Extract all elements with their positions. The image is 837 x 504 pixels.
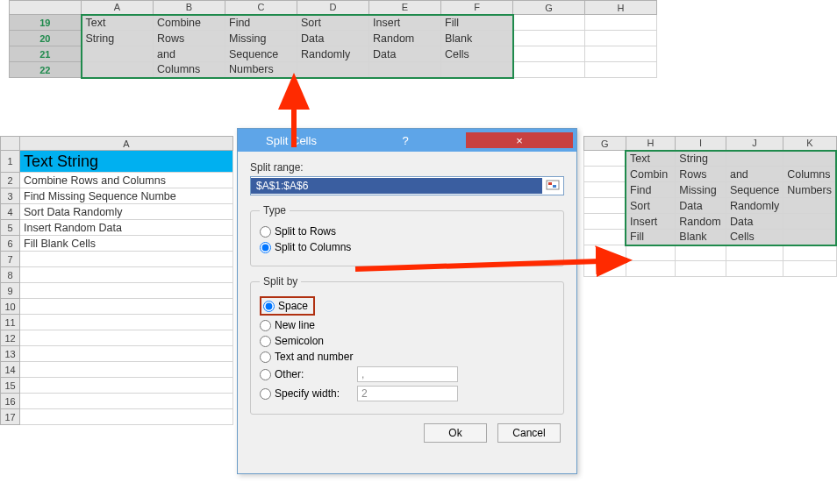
- cell[interactable]: [20, 252, 233, 267]
- cell[interactable]: [584, 182, 626, 198]
- cell[interactable]: [20, 378, 233, 394]
- row-hdr-14[interactable]: 14: [1, 362, 20, 378]
- col-hdr-I[interactable]: I: [676, 137, 726, 151]
- result-grid-rows[interactable]: A B C D E F G H 19TextCombineFindSortIns…: [9, 0, 657, 79]
- cell[interactable]: [82, 62, 154, 78]
- cell[interactable]: [726, 151, 783, 167]
- cell[interactable]: Rows: [154, 31, 225, 46]
- row-hdr-13[interactable]: 13: [1, 346, 20, 362]
- col-hdr-G[interactable]: G: [584, 137, 626, 151]
- row-hdr-1[interactable]: 1: [1, 151, 20, 173]
- cell[interactable]: [676, 261, 726, 277]
- cell[interactable]: Blank: [441, 31, 513, 46]
- cell[interactable]: Sort: [626, 198, 676, 214]
- cell[interactable]: [584, 245, 626, 261]
- cell[interactable]: [783, 230, 836, 245]
- close-button[interactable]: ×: [466, 132, 573, 148]
- ok-button[interactable]: Ok: [424, 423, 487, 443]
- cell[interactable]: Cells: [441, 46, 513, 62]
- cell[interactable]: Cells: [726, 230, 783, 245]
- row-hdr-4[interactable]: 4: [1, 204, 20, 220]
- cell[interactable]: [441, 62, 513, 78]
- cell[interactable]: and: [726, 167, 783, 182]
- cell[interactable]: Sort: [297, 15, 369, 31]
- row-hdr-2[interactable]: 2: [1, 173, 20, 188]
- cell[interactable]: [584, 230, 626, 245]
- col-hdr-B[interactable]: B: [154, 1, 225, 15]
- cell[interactable]: Sequence: [726, 182, 783, 198]
- cell[interactable]: [783, 198, 836, 214]
- cell[interactable]: Find: [626, 182, 676, 198]
- cancel-button[interactable]: Cancel: [497, 423, 561, 443]
- cell[interactable]: Insert Random Data: [20, 220, 233, 236]
- row-hdr-22[interactable]: 22: [10, 62, 82, 78]
- row-hdr-11[interactable]: 11: [1, 315, 20, 330]
- cell[interactable]: Text: [626, 151, 676, 167]
- cell[interactable]: [783, 261, 836, 277]
- cell[interactable]: [20, 346, 233, 362]
- by-other-radio[interactable]: [260, 369, 271, 380]
- cell[interactable]: Numbers: [783, 182, 836, 198]
- row-hdr-21[interactable]: 21: [10, 46, 82, 62]
- split-cols-radio[interactable]: [260, 242, 271, 253]
- row-hdr-16[interactable]: 16: [1, 394, 20, 409]
- width-input[interactable]: [357, 386, 458, 401]
- col-hdr-H[interactable]: H: [585, 1, 657, 15]
- by-newline-radio[interactable]: [260, 320, 271, 331]
- cell[interactable]: [584, 261, 626, 277]
- source-grid[interactable]: A 1Text String2Combine Rows and Columns3…: [0, 136, 233, 425]
- cell[interactable]: [676, 245, 726, 261]
- row-hdr-12[interactable]: 12: [1, 330, 20, 346]
- col-hdr-E[interactable]: E: [369, 1, 441, 15]
- cell[interactable]: [783, 151, 836, 167]
- cell[interactable]: [585, 46, 657, 62]
- cell[interactable]: Combin: [626, 167, 676, 182]
- cell[interactable]: [20, 299, 233, 315]
- row-hdr-9[interactable]: 9: [1, 283, 20, 299]
- col-hdr-F[interactable]: F: [441, 1, 513, 15]
- cell[interactable]: Numbers: [225, 62, 297, 78]
- col-hdr-C[interactable]: C: [225, 1, 297, 15]
- cell[interactable]: [20, 283, 233, 299]
- cell[interactable]: [585, 31, 657, 46]
- cell[interactable]: Sequence: [225, 46, 297, 62]
- cell[interactable]: Text String: [20, 151, 233, 173]
- row-hdr-10[interactable]: 10: [1, 299, 20, 315]
- cell[interactable]: String: [676, 151, 726, 167]
- row-hdr-5[interactable]: 5: [1, 220, 20, 236]
- cell[interactable]: [726, 261, 783, 277]
- cell[interactable]: [369, 62, 441, 78]
- cell[interactable]: Columns: [783, 167, 836, 182]
- cell[interactable]: [297, 62, 369, 78]
- cell[interactable]: Data: [726, 214, 783, 230]
- cell[interactable]: Sort Data Randomly: [20, 204, 233, 220]
- help-button[interactable]: ?: [345, 134, 466, 147]
- cell[interactable]: [20, 409, 233, 425]
- cell[interactable]: [513, 15, 585, 31]
- col-hdr-A[interactable]: A: [20, 137, 233, 151]
- result-grid-columns[interactable]: G H I J K TextStringCombinRowsandColumns…: [583, 136, 837, 277]
- row-hdr-19[interactable]: 19: [10, 15, 82, 31]
- cell[interactable]: [20, 330, 233, 346]
- cell[interactable]: [783, 214, 836, 230]
- row-hdr-3[interactable]: 3: [1, 188, 20, 204]
- cell[interactable]: [20, 362, 233, 378]
- cell[interactable]: [726, 245, 783, 261]
- by-textnum-radio[interactable]: [260, 351, 271, 363]
- cell[interactable]: Rows: [676, 167, 726, 182]
- row-hdr-15[interactable]: 15: [1, 378, 20, 394]
- cell[interactable]: [20, 267, 233, 283]
- cell[interactable]: [20, 394, 233, 409]
- cell[interactable]: Data: [369, 46, 441, 62]
- cell[interactable]: [584, 167, 626, 182]
- cell[interactable]: Find Missing Sequence Numbe: [20, 188, 233, 204]
- cell[interactable]: Random: [369, 31, 441, 46]
- by-width-radio[interactable]: [260, 388, 271, 400]
- col-hdr-A[interactable]: A: [82, 1, 154, 15]
- cell[interactable]: [584, 198, 626, 214]
- cell[interactable]: [584, 151, 626, 167]
- cell[interactable]: Columns: [154, 62, 225, 78]
- cell[interactable]: Fill Blank Cells: [20, 236, 233, 252]
- col-hdr-K[interactable]: K: [783, 137, 836, 151]
- col-hdr-H[interactable]: H: [626, 137, 676, 151]
